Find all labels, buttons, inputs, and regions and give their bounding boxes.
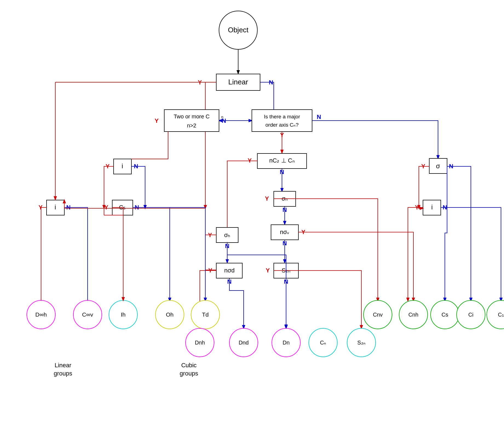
arrow-ilinear-y: [41, 207, 47, 315]
d-infh-label: D∞h: [35, 311, 47, 318]
sigma-h-middle-label: σₕ: [224, 232, 231, 238]
arrow-ilinear-n: [64, 207, 88, 315]
arrow-sigmaright-y: [274, 199, 378, 301]
n-sigma-v-label: nσᵥ: [280, 229, 290, 235]
cubic-groups-label: Cubic: [181, 362, 197, 369]
dnd-label: Dnd: [239, 340, 249, 346]
arrow-sigmamid-n-dn: [227, 243, 286, 328]
major-axis-box: [252, 110, 312, 132]
ci-label: Ci: [468, 312, 474, 318]
arrow-c5-n-oh: [133, 207, 170, 301]
arrow-c5-y: [112, 207, 123, 315]
cubic-groups-label2: groups: [180, 370, 198, 377]
cs-label: Cs: [442, 312, 448, 318]
dnh-label: Dnh: [195, 340, 205, 346]
i-linear-left-label: i: [54, 203, 56, 211]
c5-y-label: Y: [104, 204, 108, 211]
sigma-label: σ: [436, 162, 440, 170]
s2n-y-label: Y: [266, 267, 270, 274]
linear-groups-label2: groups: [54, 370, 72, 377]
arrow-c5-n-td: [133, 207, 205, 301]
arrow-major-n-sigma: [312, 121, 438, 158]
arrow-nsigmad-n: [229, 278, 244, 328]
nc2-y-label: Y: [248, 157, 252, 164]
arrow-sigma-n-cs: [445, 166, 447, 301]
s2n-label: S₂ₙ: [357, 340, 365, 346]
two-or-more-label2: n>2: [187, 123, 196, 129]
arrow-nsigmav-y: [298, 232, 413, 301]
cnv-label: Cnv: [373, 312, 383, 318]
nc2-label: nC₂ ⊥ Cₙ: [269, 157, 295, 164]
arrow-linear-y: [205, 82, 216, 208]
major-axis-label1: Is there a major: [264, 114, 300, 119]
ih-label: Ih: [121, 311, 126, 318]
twomore-y-label: Y: [155, 117, 159, 124]
n-sigma-d-label: nσd: [224, 267, 235, 274]
sigmaright-y-label: Y: [265, 195, 269, 202]
arrow-iright-y: [408, 207, 423, 301]
two-or-more-label1: Two or more C: [174, 113, 209, 119]
linear-groups-label: Linear: [54, 362, 71, 369]
arrow-icubic-n: [131, 166, 145, 208]
major-axis-label2: order axis Cₙ?: [266, 122, 299, 128]
c1-label: C₁: [498, 312, 504, 318]
arrow-sigma-n: [447, 166, 471, 301]
object-label: Object: [228, 26, 249, 34]
cn-label: Cₙ: [320, 340, 326, 346]
arrow-nc2-y-sigmah: [227, 161, 257, 235]
i-cubic-label: i: [122, 162, 123, 170]
i-right-label: i: [431, 203, 433, 211]
dn-label: Dn: [283, 340, 290, 346]
flowchart-svg: Object Linear Y N Two or more C n n>2 Y …: [0, 0, 504, 427]
major-n-label: N: [317, 113, 321, 120]
cnh-label: Cnh: [408, 312, 419, 318]
oh-label: Oh: [166, 311, 174, 318]
td-label: Td: [202, 311, 209, 318]
c-infv-label: C∞v: [82, 311, 93, 318]
linear-label: Linear: [228, 78, 248, 86]
